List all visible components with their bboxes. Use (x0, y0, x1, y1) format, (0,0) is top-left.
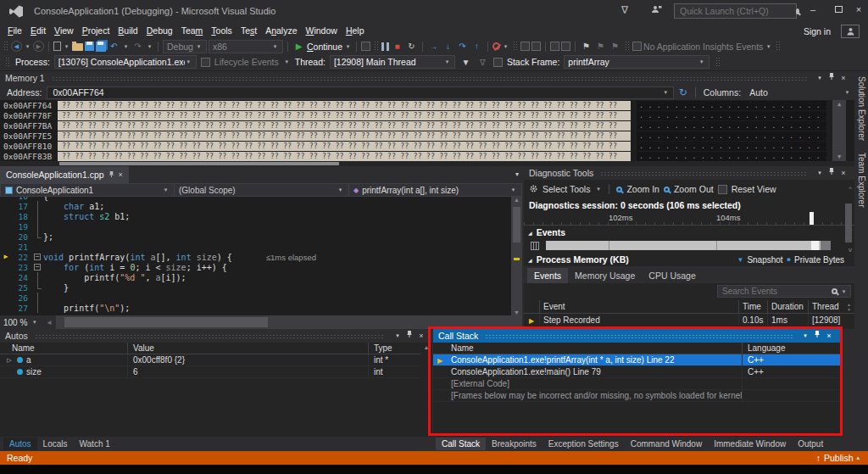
new-file-dropdown-icon[interactable]: ▾ (63, 43, 70, 50)
search-dropdown-icon[interactable]: ▾ (840, 288, 848, 295)
quick-launch-input[interactable] (678, 5, 796, 17)
bottom-tab-exception-settings[interactable]: Exception Settings (542, 438, 625, 450)
project-combo[interactable]: ConsoleApplication1 ▾ (0, 183, 175, 197)
application-insights-dropdown-icon[interactable]: ▾ (765, 43, 772, 50)
menu-item-analyze[interactable]: Analyze (261, 24, 301, 37)
zoom-out-button[interactable]: Zoom Out (674, 184, 714, 194)
call-stack-frame[interactable]: [External Code] (433, 378, 840, 390)
suspend-threads-icon[interactable] (493, 58, 503, 67)
reset-view-icon[interactable] (718, 185, 727, 194)
memory-content[interactable]: 0x00AFF764?? ?? ?? ?? ?? ?? ?? ?? ?? ?? … (0, 100, 854, 161)
disable-breakpoints-icon[interactable] (492, 42, 500, 50)
scroll-down-caret[interactable]: v (849, 246, 852, 254)
section-expanded-icon[interactable]: ◢ (528, 257, 532, 263)
search-events-box[interactable]: ▾ (717, 285, 851, 298)
toolbar-grip[interactable] (374, 41, 378, 52)
solution-platform-combo[interactable]: x86▾ (209, 40, 283, 53)
lifecycle-events-icon[interactable] (201, 58, 210, 67)
save-all-icon[interactable] (96, 42, 106, 52)
pin-icon[interactable] (826, 72, 837, 84)
solution-config-combo[interactable]: Debug▾ (163, 40, 207, 53)
diagnostics-title-bar[interactable]: Diagnostic Tools ▾ × (524, 166, 854, 180)
bottom-tab-breakpoints[interactable]: Breakpoints (486, 438, 542, 450)
stop-icon[interactable]: ■ (391, 40, 403, 53)
search-events-input[interactable] (721, 286, 829, 297)
scroll-left-icon[interactable]: ◄ (42, 319, 56, 326)
close-icon[interactable]: × (119, 170, 123, 179)
memory-bytes[interactable]: ?? ?? ?? ?? ?? ?? ?? ?? ?? ?? ?? ?? ?? ?… (58, 101, 631, 110)
window-position-dropdown-icon[interactable]: ▾ (814, 72, 826, 84)
toolbar-grip[interactable] (625, 41, 629, 52)
diagnostics-tab-memory-usage[interactable]: Memory Usage (568, 268, 642, 283)
fold-collapse-icon[interactable]: − (34, 264, 41, 270)
menu-item-test[interactable]: Test (236, 24, 261, 37)
bottom-tab-locals[interactable]: Locals (37, 438, 74, 450)
select-tools-button[interactable]: Select Tools (542, 184, 590, 194)
gear-icon[interactable] (529, 184, 538, 195)
stack-frame-combo[interactable]: printfArray▾ (564, 55, 709, 69)
member-combo[interactable]: ◆ printfArray(int a[], int size) ▾ (349, 183, 522, 197)
scroll-up-caret[interactable]: ^ (849, 185, 852, 192)
editor-horizontal-scrollbar[interactable] (56, 315, 522, 329)
process-combo[interactable]: [13076] ConsoleApplication1.exe▾ (54, 55, 197, 69)
lifecycle-events-dropdown-icon[interactable]: ▾ (283, 59, 291, 65)
address-input[interactable] (51, 86, 661, 98)
address-dropdown-icon[interactable]: ▾ (662, 89, 670, 96)
fold-margin[interactable] (34, 211, 43, 221)
menu-item-debug[interactable]: Debug (142, 24, 177, 37)
window-position-dropdown-icon[interactable]: ▾ (799, 330, 811, 342)
menu-item-help[interactable]: Help (342, 24, 369, 37)
scope-combo[interactable]: (Global Scope) ▾ (175, 183, 349, 197)
code-editing-area[interactable]: 16{17 char a1;18 struct s2 b1;1920};21▶2… (0, 197, 522, 315)
bottom-tab-watch-1[interactable]: Watch 1 (73, 438, 115, 450)
memory-row[interactable]: 0x00AFF7BA?? ?? ?? ?? ?? ?? ?? ?? ?? ?? … (0, 120, 854, 131)
toggle-bookmark-icon[interactable]: ⚑ (580, 40, 593, 53)
dropdown-icon[interactable]: ▾ (594, 186, 602, 192)
expander-icon[interactable]: ▷ (5, 357, 14, 364)
pin-icon[interactable] (108, 170, 114, 180)
close-icon[interactable]: × (837, 72, 849, 84)
pin-icon[interactable] (403, 330, 415, 342)
navigate-backward-history-icon[interactable] (520, 42, 530, 51)
continue-icon[interactable]: ▶ (292, 40, 305, 53)
memory-row[interactable]: 0x00AFF78F?? ?? ?? ?? ?? ?? ?? ?? ?? ?? … (0, 110, 854, 120)
lifecycle-events-label[interactable]: Lifecycle Events (214, 57, 279, 67)
memory-ascii[interactable]: . . . . . . . . . . . . . . . . . . . . … (637, 142, 826, 151)
selection-edge-marker[interactable] (810, 212, 814, 225)
autos-title-bar[interactable]: Autos ▾ × (0, 329, 432, 343)
menu-item-tools[interactable]: Tools (207, 24, 236, 37)
scrollbar-thumb[interactable] (845, 204, 852, 243)
nav-forward-icon[interactable]: ▶ (33, 41, 44, 52)
undo-icon[interactable]: ↶ (108, 40, 120, 53)
memory-vertical-scrollbar[interactable]: ▲ ▼ (832, 100, 846, 161)
document-tab[interactable]: ConsoleApplication1.cpp × (0, 166, 129, 183)
menu-item-view[interactable]: View (50, 24, 78, 37)
toolbar-grip[interactable] (3, 41, 8, 52)
editor-vertical-scrollbar[interactable]: ▲ ▼ (511, 197, 522, 315)
title-bar[interactable]: ConsoleApplication1 (Debugging) - Micros… (0, 0, 868, 22)
memory-ascii[interactable]: . . . . . . . . . . . . . . . . . . . . … (637, 111, 826, 120)
step-into-icon[interactable]: ↓ (442, 40, 454, 53)
close-icon[interactable]: × (415, 330, 427, 342)
memory-bytes[interactable]: ?? ?? ?? ?? ?? ?? ?? ?? ?? ?? ?? ?? ?? ?… (58, 111, 631, 120)
pin-icon[interactable] (811, 330, 823, 342)
type-column-header[interactable]: Type (368, 343, 420, 354)
memory-row[interactable]: 0x00AFF83B?? ?? ?? ?? ?? ?? ?? ?? ?? ?? … (0, 151, 854, 161)
redo-icon[interactable]: ↷ (131, 40, 144, 53)
memory-ascii[interactable]: . . . . . . . . . . . . . . . . . . . . … (637, 121, 826, 131)
memory-bytes[interactable]: ?? ?? ?? ?? ?? ?? ?? ?? ?? ?? ?? ?? ?? ?… (58, 152, 631, 161)
show-next-statement-icon[interactable]: → (427, 40, 440, 53)
memory-bytes[interactable]: ?? ?? ?? ?? ?? ?? ?? ?? ?? ?? ?? ?? ?? ?… (58, 142, 631, 151)
scrollbar-thumb[interactable] (64, 317, 268, 327)
window-position-dropdown-icon[interactable]: ▾ (814, 167, 826, 179)
current-statement-arrow-icon[interactable]: ▶ (0, 252, 12, 262)
zoom-in-icon[interactable] (616, 187, 622, 192)
columns-combo[interactable]: Auto ▾ (746, 86, 854, 99)
events-section-header[interactable]: ◢ Events (524, 226, 854, 239)
debug-location-grip[interactable] (715, 57, 720, 68)
restore-button[interactable] (827, 0, 849, 19)
nav-back-icon[interactable]: ◀ (11, 41, 22, 52)
name-column-header[interactable]: Name (0, 343, 127, 354)
refresh-icon[interactable]: ↻ (679, 86, 687, 98)
save-icon[interactable] (85, 42, 94, 51)
